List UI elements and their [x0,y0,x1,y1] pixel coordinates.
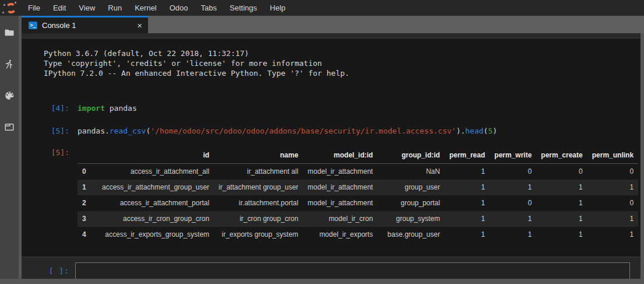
table-cell: group_system [378,211,445,227]
tab-close-icon[interactable]: × [137,21,142,30]
tab-bar: >_ Console 1 × [22,16,644,33]
menu-item-odoo[interactable]: Odoo [163,0,195,16]
table-cell: 0 [490,195,536,211]
table-cell: 3 [78,211,97,227]
table-cell: 0 [78,164,97,180]
column-header-perm_create: perm_create [536,148,587,164]
window-right-edge [641,33,644,284]
console-history[interactable]: Python 3.6.7 (default, Oct 22 2018, 11:3… [22,38,644,257]
column-header-id: id [97,148,214,164]
menu-items: FileEditViewRunKernelOdooTabsSettingsHel… [22,0,292,16]
command-palette-icon[interactable] [0,86,19,105]
table-cell: NaN [378,164,445,180]
output-prompt: [5]: [44,148,69,157]
tab-label: Console 1 [42,21,137,30]
code-cell[interactable]: [5]:pandas.read_csv('/home/odoo/src/odoo… [44,126,644,136]
column-header-perm_unlink: perm_unlink [587,148,638,164]
menu-item-view[interactable]: View [72,0,101,16]
table-cell: group_portal [378,195,445,211]
table-cell: group_user [378,180,445,195]
table-cell: 1 [587,211,638,227]
column-header-perm_write: perm_write [490,148,536,164]
logo-dot [15,2,16,3]
table-row: 4access_ir_exports_group_systemir_export… [78,227,638,243]
console-icon: >_ [29,22,37,29]
table-cell: model_ir_attachment [303,180,378,195]
table-cell: 1 [78,180,97,195]
table-cell: 1 [490,227,536,243]
table-cell: 1 [445,227,490,243]
table-cell: 2 [78,195,97,211]
menu-item-edit[interactable]: Edit [47,0,72,16]
table-cell: 1 [536,227,587,243]
window-bottom-edge [0,279,644,284]
table-cell: access_ir_cron_group_cron [97,211,214,227]
table-cell: ir_attachment all [214,164,303,180]
dataframe-header: idnamemodel_id:idgroup_id:idperm_readper… [78,148,638,164]
python-banner: Python 3.6.7 (default, Oct 22 2018, 11:3… [44,48,644,78]
table-cell: 1 [587,227,638,243]
tab-console-1[interactable]: >_ Console 1 × [22,16,148,33]
table-row: 2access_ir_attachment_portalir.attachmen… [78,195,638,211]
menu-item-file[interactable]: File [22,0,47,16]
table-cell: access_ir_attachment_all [97,164,214,180]
table-cell: 4 [78,227,97,243]
menu-item-kernel[interactable]: Kernel [128,0,163,16]
menu-item-help[interactable]: Help [263,0,292,16]
table-cell: model_ir_cron [303,211,378,227]
table-cell: ir_exports group_system [214,227,303,243]
table-cell: base.group_user [378,227,445,243]
table-cell: ir.attachment.portal [214,195,303,211]
open-tabs-icon[interactable] [0,118,19,136]
table-cell: 1 [536,195,587,211]
running-kernels-icon[interactable] [0,55,19,73]
code-cell[interactable]: [4]:import pandas [44,103,644,113]
input-prompt: [5]: [44,126,69,136]
table-row: 0access_ir_attachment_allir_attachment a… [78,164,638,180]
console-toolbar [22,33,644,38]
column-header-perm_read: perm_read [445,148,490,164]
dataframe-body: 0access_ir_attachment_allir_attachment a… [78,164,638,243]
table-cell: 1 [490,211,536,227]
menu-item-run[interactable]: Run [101,0,128,16]
input-prompt: [4]: [44,103,69,113]
table-cell: model_ir_attachment [303,195,378,211]
column-header-name: name [214,148,303,164]
table-cell: access_ir_attachment_group_user [97,180,214,195]
table-row: 3access_ir_cron_group_cronir_cron group_… [78,211,638,227]
output-area: [5]: idnamemodel_id:idgroup_id:idperm_re… [44,148,644,243]
table-cell: 1 [536,180,587,195]
console-input[interactable] [75,262,630,279]
file-browser-icon[interactable] [0,23,19,42]
menu-item-settings[interactable]: Settings [223,0,263,16]
dataframe-table: idnamemodel_id:idgroup_id:idperm_readper… [78,148,638,243]
left-sidebar [0,16,19,284]
table-cell: access_ir_exports_group_system [97,227,214,243]
menu-bar: FileEditViewRunKernelOdooTabsSettingsHel… [0,0,644,16]
table-cell: 0 [587,195,638,211]
table-cell: 0 [587,164,638,180]
table-cell: 1 [587,180,638,195]
executed-cells: [4]:import pandas[5]:pandas.read_csv('/h… [44,103,644,136]
code-line: import pandas [78,103,137,113]
table-cell: ir_cron group_cron [214,211,303,227]
table-cell: model_ir_exports [303,227,378,243]
table-cell: 0 [536,164,587,180]
code-line: pandas.read_csv('/home/odoo/src/odoo/odo… [78,126,497,136]
logo-dot [3,4,5,6]
column-header-model_id:id: model_id:id [303,148,378,164]
table-row: 1access_ir_attachment_group_userir_attac… [78,180,638,195]
odoo-sh-logo[interactable] [0,0,22,16]
logo-dot [2,12,4,13]
column-header-group_id:id: group_id:id [378,148,445,164]
menu-item-tabs[interactable]: Tabs [195,0,223,16]
table-cell: ir_attachment group_user [214,180,303,195]
table-cell: model_ir_attachment [303,164,378,180]
table-cell: 1 [490,180,536,195]
table-cell: 1 [445,211,490,227]
table-cell: 0 [490,164,536,180]
odoo-sh-logo-icon [5,2,17,14]
table-cell: 1 [536,211,587,227]
empty-input-prompt: [ ]: [44,267,69,275]
table-cell: access_ir_attachment_portal [97,195,214,211]
